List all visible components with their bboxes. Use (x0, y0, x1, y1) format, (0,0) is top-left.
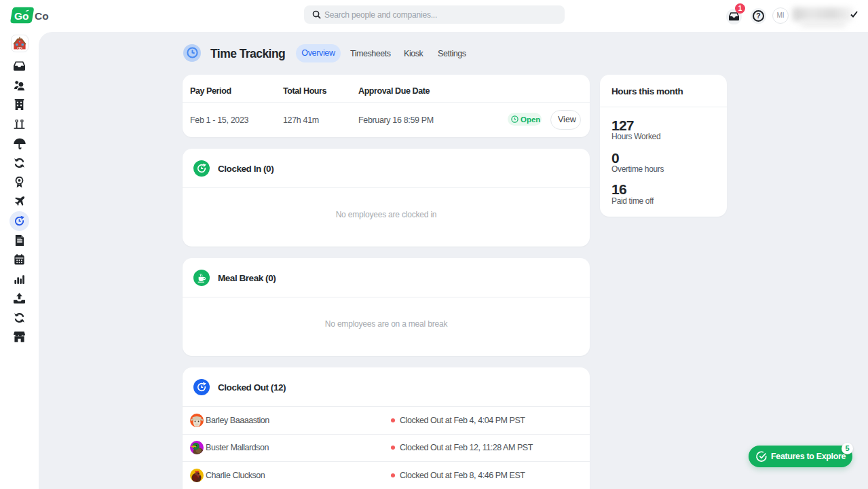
svg-text:Co: Co (35, 10, 49, 22)
svg-text:Go: Go (14, 10, 29, 22)
